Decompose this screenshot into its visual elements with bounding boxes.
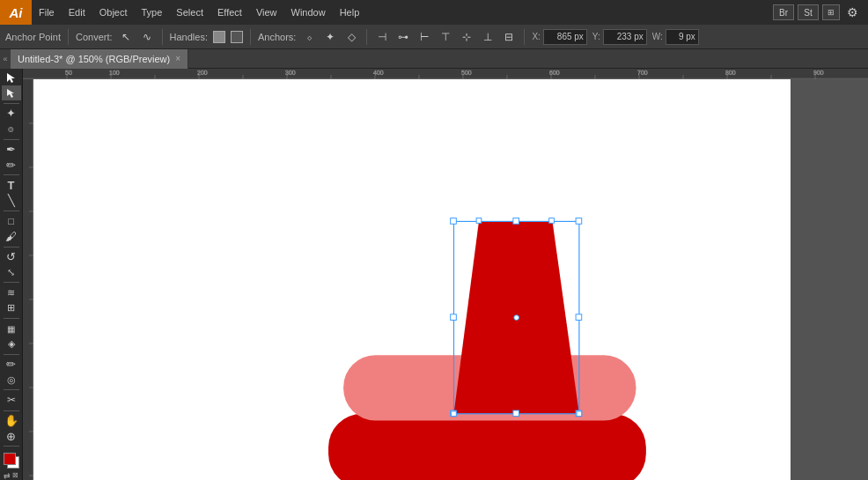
menu-view[interactable]: View bbox=[249, 0, 284, 25]
handle-center[interactable] bbox=[514, 315, 519, 321]
eyedropper-tool[interactable]: ✏ bbox=[2, 358, 21, 372]
anchor-bottom-left[interactable] bbox=[452, 411, 457, 417]
x-input[interactable] bbox=[543, 29, 587, 45]
svg-text:300: 300 bbox=[285, 70, 296, 76]
svg-text:900: 900 bbox=[813, 70, 824, 76]
lasso-tool[interactable]: ⌾ bbox=[2, 122, 21, 136]
tool-sep-3 bbox=[4, 174, 19, 175]
direct-selection-tool[interactable] bbox=[2, 85, 21, 100]
align-bottom-icon[interactable]: ⊥ bbox=[480, 29, 496, 45]
x-label: X: bbox=[532, 32, 540, 41]
bottom-body-shape[interactable] bbox=[328, 414, 646, 480]
tab-bar: « Untitled-3* @ 150% (RGB/Preview) × bbox=[0, 49, 868, 69]
menu-effect[interactable]: Effect bbox=[210, 0, 249, 25]
ruler-vertical bbox=[23, 79, 33, 480]
tool-sep-2 bbox=[4, 139, 19, 140]
fg-color-swatch[interactable] bbox=[4, 453, 16, 465]
tool-sep-1 bbox=[4, 103, 19, 104]
tab-close-button[interactable]: × bbox=[175, 54, 180, 63]
main-area: ✦ ⌾ ✒ ✏ T ╲ □ 🖌 ↺ ⤡ ≋ bbox=[0, 69, 868, 480]
align-center-v-icon[interactable]: ⊹ bbox=[459, 29, 474, 45]
menu-select[interactable]: Select bbox=[169, 0, 210, 25]
handle-bm[interactable] bbox=[513, 410, 519, 417]
handles-icon[interactable] bbox=[213, 31, 225, 43]
tool-sep-10 bbox=[4, 410, 19, 411]
anchor-top-left[interactable] bbox=[476, 218, 482, 224]
canvas-area[interactable]: 50 100 200 300 400 500 600 700 800 bbox=[23, 69, 868, 480]
align-center-h-icon[interactable]: ⊶ bbox=[395, 29, 411, 45]
graph-tool[interactable]: ▦ bbox=[2, 321, 21, 336]
y-label: Y: bbox=[592, 32, 600, 41]
options-bar: Anchor Point Convert: ↖ ∿ Handles: Ancho… bbox=[0, 25, 868, 49]
tool-sep-6 bbox=[4, 282, 19, 283]
handle-tr[interactable] bbox=[576, 218, 582, 225]
svg-text:700: 700 bbox=[637, 70, 648, 76]
tab-panel-collapse[interactable]: « bbox=[0, 49, 11, 69]
paintbrush-tool[interactable]: 🖌 bbox=[2, 229, 21, 243]
svg-text:100: 100 bbox=[109, 70, 120, 76]
hand-tool[interactable]: ✋ bbox=[2, 413, 21, 427]
handle-tm[interactable] bbox=[513, 218, 519, 225]
convert-label: Convert: bbox=[76, 32, 113, 42]
warp-tool[interactable]: ≋ bbox=[2, 285, 21, 299]
menu-bar: Ai File Edit Object Type Select Effect V… bbox=[0, 0, 868, 25]
add-anchor-tool[interactable]: ✏ bbox=[2, 158, 21, 172]
handle-ml[interactable] bbox=[451, 314, 457, 321]
y-input[interactable] bbox=[603, 29, 647, 45]
svg-text:400: 400 bbox=[373, 70, 384, 76]
menu-type[interactable]: Type bbox=[135, 0, 170, 25]
syncsettings-icon[interactable]: ⚙ bbox=[843, 4, 861, 20]
toolbars: ✦ ⌾ ✒ ✏ T ╲ □ 🖌 ↺ ⤡ ≋ bbox=[0, 69, 23, 480]
zoom-tool[interactable]: ⊕ bbox=[2, 429, 21, 443]
convert-arrow-icon[interactable]: ↖ bbox=[118, 29, 134, 45]
type-tool[interactable]: T bbox=[2, 178, 21, 192]
blend-tool[interactable]: ◎ bbox=[2, 373, 21, 387]
swap-colors-icon[interactable]: ⇄ bbox=[4, 471, 11, 480]
bridge-button[interactable]: Br bbox=[773, 4, 794, 20]
document-tab[interactable]: Untitled-3* @ 150% (RGB/Preview) × bbox=[11, 49, 188, 69]
align-top-icon[interactable]: ⊤ bbox=[438, 29, 453, 45]
align-right-icon[interactable]: ⊢ bbox=[416, 29, 432, 45]
anchor-action2-icon[interactable]: ✦ bbox=[322, 29, 338, 45]
svg-text:50: 50 bbox=[65, 70, 72, 76]
anchor-action1-icon[interactable]: ⬦ bbox=[301, 29, 317, 45]
anchor-action3-icon[interactable]: ◇ bbox=[343, 29, 359, 45]
menu-object[interactable]: Object bbox=[92, 0, 135, 25]
handles-square-icon[interactable] bbox=[231, 31, 243, 43]
menu-help[interactable]: Help bbox=[333, 0, 367, 25]
align-left-icon[interactable]: ⊣ bbox=[374, 29, 390, 45]
svg-text:800: 800 bbox=[725, 70, 736, 76]
svg-marker-0 bbox=[7, 73, 15, 83]
scale-tool[interactable]: ⤡ bbox=[2, 265, 21, 279]
anchor-bottom-right[interactable] bbox=[577, 411, 582, 417]
line-tool[interactable]: ╲ bbox=[2, 194, 21, 208]
selection-tool[interactable] bbox=[2, 70, 21, 85]
divider3 bbox=[250, 29, 251, 45]
stock-button[interactable]: St bbox=[798, 4, 819, 20]
tab-title: Untitled-3* @ 150% (RGB/Preview) bbox=[18, 54, 170, 64]
rectangle-tool[interactable]: □ bbox=[2, 214, 21, 228]
tool-sep-5 bbox=[4, 247, 19, 247]
handle-tl[interactable] bbox=[451, 218, 457, 225]
perspective-tool[interactable]: ◈ bbox=[2, 336, 21, 351]
menu-file[interactable]: File bbox=[32, 0, 62, 25]
pen-tool[interactable]: ✒ bbox=[2, 142, 21, 156]
convert-curve-icon[interactable]: ∿ bbox=[139, 29, 155, 45]
divider1 bbox=[68, 29, 69, 45]
anchor-top-right[interactable] bbox=[549, 218, 555, 224]
anchor-point-label: Anchor Point bbox=[5, 32, 61, 42]
w-input[interactable] bbox=[666, 29, 699, 45]
menu-window[interactable]: Window bbox=[284, 0, 333, 25]
reset-colors-icon[interactable]: ⊠ bbox=[12, 471, 18, 480]
grid-button[interactable]: ⊞ bbox=[822, 4, 840, 20]
handle-mr[interactable] bbox=[576, 314, 582, 321]
menu-edit[interactable]: Edit bbox=[62, 0, 92, 25]
color-swatches bbox=[2, 453, 21, 469]
divider5 bbox=[524, 29, 525, 45]
distribute-icon[interactable]: ⊟ bbox=[501, 29, 517, 45]
artboard bbox=[33, 79, 791, 480]
free-transform-tool[interactable]: ⊞ bbox=[2, 301, 21, 315]
rotate-tool[interactable]: ↺ bbox=[2, 249, 21, 263]
scissors-tool[interactable]: ✂ bbox=[2, 393, 21, 407]
magic-wand-tool[interactable]: ✦ bbox=[2, 107, 21, 121]
